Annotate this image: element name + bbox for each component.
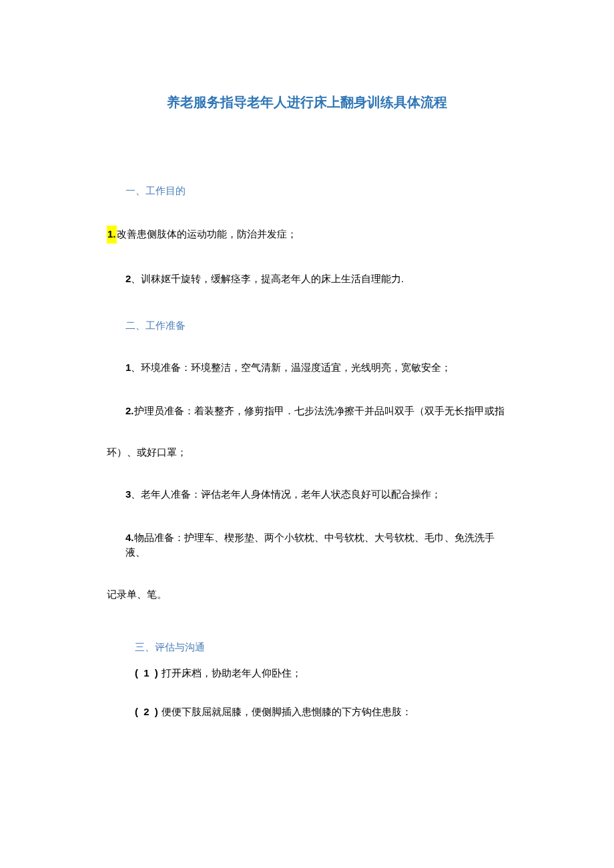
s1-item-1: 1.改善患侧肢体的运动功能，防治并发症； xyxy=(107,226,507,244)
section-heading-1: 一、工作目的 xyxy=(125,185,507,197)
s2-item-2-wrap: 环）、或好口罩； xyxy=(0,446,507,459)
s1-i1-text: 改善患侧肢体的运动功能，防治并发症； xyxy=(117,229,297,240)
s2-i2-text: 护理员准备：着装整齐，修剪指甲．七步法洗净擦干并品叫双手（双手无长指甲或指 xyxy=(134,406,505,416)
document-page: 养老服务指导老年人进行床上翻身训练具体流程 一、工作目的 1.改善患侧肢体的运动… xyxy=(0,0,614,784)
s3-item-1: ( 1 ) 打开床档，协助老年人仰卧住； xyxy=(135,666,507,681)
s2-item-3: 3、老年人准备：评估老年人身体情况，老年人状态良好可以配合操作； xyxy=(125,487,507,502)
s3-i2-text: 便便下肢屈就屈膝，便侧脚插入患惻膝的下方钩住患肢： xyxy=(160,707,412,717)
s2-i4-num: 4. xyxy=(125,532,134,543)
s2-i4-text: 物品准备：护理车、楔形垫、两个小软枕、中号软枕、大号软枕、毛巾、免洗洗手液、 xyxy=(125,532,495,558)
s3-item-2: ( 2 ) 便便下肢屈就屈膝，便侧脚插入患惻膝的下方钩住患肢： xyxy=(135,705,507,720)
s3-i1-num: ( 1 ) xyxy=(135,667,160,679)
s2-item-4-wrap: 记录单、笔。 xyxy=(0,588,507,601)
s2-item-2: 2.护理员准备：着装整齐，修剪指甲．七步法洗净擦干并品叫双手（双手无长指甲或指 xyxy=(125,404,507,419)
s2-item-4: 4.物品准备：护理车、楔形垫、两个小软枕、中号软枕、大号软枕、毛巾、免洗洗手液、 xyxy=(125,530,507,560)
s1-item-2: 2、训秣妪千旋转，缓解痉李，提高老年人的床上生活自理能力. xyxy=(125,272,507,287)
section-heading-3: 三、评估与沟通 xyxy=(135,641,507,654)
s2-item-1: 1、环境准备：环境整洁，空气清新，温湿度适宜，光线明亮，宽敏安全； xyxy=(125,360,507,376)
s2-i1-text: 、环境准备：环境整洁，空气清新，温湿度适宜，光线明亮，宽敏安全； xyxy=(131,362,451,373)
section-heading-2: 二、工作准备 xyxy=(125,320,507,332)
s1-i2-text: 、训秣妪千旋转，缓解痉李，提高老年人的床上生活自理能力. xyxy=(131,274,404,284)
s2-i2-num: 2. xyxy=(125,405,134,416)
s3-i1-text: 打开床档，协助老年人仰卧住； xyxy=(160,668,302,679)
s3-i2-num: ( 2 ) xyxy=(135,706,160,717)
s2-i3-text: 、老年人准备：评估老年人身体情况，老年人状态良好可以配合操作； xyxy=(131,489,441,500)
s1-i1-num: 1. xyxy=(107,226,117,244)
page-title: 养老服务指导老年人进行床上翻身训练具体流程 xyxy=(107,93,507,111)
